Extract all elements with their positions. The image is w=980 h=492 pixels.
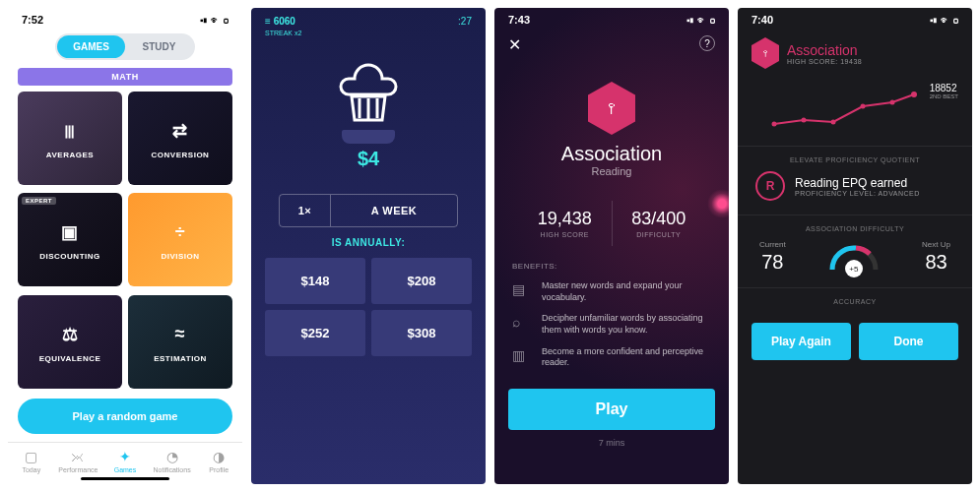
tag-icon: ▣ <box>56 218 84 246</box>
item-display: $4 <box>251 61 486 170</box>
gauge-icon: +5 <box>826 242 882 272</box>
home-indicator[interactable] <box>81 477 169 480</box>
epq-row: R Reading EPQ earnedPROFICIENCY LEVEL: A… <box>738 171 972 215</box>
nav-profile[interactable]: ◑Profile <box>195 449 242 473</box>
nav-notifications[interactable]: ◔Notifications <box>149 449 196 473</box>
help-button[interactable]: ? <box>699 35 715 51</box>
search-icon: ⌕ <box>512 313 532 336</box>
epq-subtitle: PROFICIENCY LEVEL: ADVANCED <box>795 190 920 197</box>
difficulty-row: Current78 +5 Next Up83 <box>738 240 972 287</box>
clock: 7:40 <box>751 14 773 26</box>
close-button[interactable]: ✕ <box>508 35 521 54</box>
stats-row: 19,438HIGH SCORE 83/400DIFFICULTY <box>518 201 705 246</box>
pedestal <box>342 130 395 144</box>
section-label: ASSOCIATION DIFFICULTY <box>738 215 972 240</box>
section-label: ACCURACY <box>738 287 972 313</box>
category-pill[interactable]: MATH <box>18 68 232 86</box>
time-estimate: 7 mins <box>494 438 729 448</box>
hud: ≡ 6060 STREAK x2 :27 <box>251 8 486 41</box>
tab-bar: ▢Today ⩙Performance ✦Games ◔Notification… <box>8 442 242 475</box>
answer-option[interactable]: $208 <box>371 258 472 304</box>
epq-title: Reading EPQ earned <box>795 176 920 190</box>
hexagon-icon: ⫯ <box>588 82 635 135</box>
game-title: Association <box>494 143 729 165</box>
best-score: 188522ND BEST <box>930 83 958 99</box>
answer-option[interactable]: $308 <box>371 310 472 356</box>
user-icon: ◑ <box>195 449 242 464</box>
svg-point-2 <box>831 120 836 125</box>
benefits-label: BENEFITS: <box>512 262 711 271</box>
svg-point-3 <box>861 104 866 109</box>
approx-icon: ≈ <box>166 321 194 348</box>
tile-averages[interactable]: ⫼AVERAGES <box>18 92 122 185</box>
answer-grid: $148 $208 $252 $308 <box>251 258 486 370</box>
nav-performance[interactable]: ⩙Performance <box>55 449 102 473</box>
tile-discounting[interactable]: EXPERT▣DISCOUNTING <box>18 193 122 286</box>
pulse-indicator <box>707 189 729 218</box>
arrows-icon: ⇄ <box>166 117 194 145</box>
clock: 7:43 <box>508 14 530 26</box>
status-bar: 7:43 ▪▮ ᯤ ▢ <box>494 8 729 28</box>
result-header: ⫯ Association HIGH SCORE: 19438 <box>738 28 972 77</box>
benefits-section: BENEFITS: ▤Master new words and expand y… <box>494 262 729 379</box>
play-button[interactable]: Play <box>508 389 715 430</box>
svg-point-0 <box>772 122 777 127</box>
book-icon: ▤ <box>512 280 532 303</box>
expert-badge: EXPERT <box>22 197 56 205</box>
line-chart-icon <box>751 77 958 136</box>
status-bar: 7:52 ▪▮ ᯤ ▢ <box>8 8 242 28</box>
segmented-control: GAMES STUDY <box>55 33 195 60</box>
divide-icon: ÷ <box>166 218 194 246</box>
result-title: Association <box>787 42 862 58</box>
play-random-button[interactable]: Play a random game <box>18 399 232 434</box>
action-buttons: Play Again Done <box>738 313 972 370</box>
nav-today[interactable]: ▢Today <box>8 449 55 473</box>
status-bar: 7:40 ▪▮ ᯤ ▢ <box>738 8 972 28</box>
chart-icon: ⩙ <box>55 449 102 464</box>
section-label: ELEVATE PROFICIENCY QUOTIENT <box>738 146 972 171</box>
answer-option[interactable]: $148 <box>265 258 365 304</box>
stat-difficulty: 83/400DIFFICULTY <box>613 201 706 246</box>
timer: :27 <box>458 16 472 37</box>
score-value: 6060 <box>274 16 295 27</box>
tile-equivalence[interactable]: ⚖EQUIVALENCE <box>18 295 122 389</box>
done-button[interactable]: Done <box>859 323 958 360</box>
books-icon: ▥ <box>512 346 532 369</box>
multiplier: 1× <box>280 195 331 226</box>
tab-study[interactable]: STUDY <box>125 35 193 58</box>
current-difficulty: Current78 <box>759 240 786 274</box>
item-price: $4 <box>251 148 486 170</box>
score-chart: 188522ND BEST <box>751 77 958 136</box>
top-bar: ✕ ? <box>494 28 729 62</box>
play-again-button[interactable]: Play Again <box>751 323 851 360</box>
puzzle-icon: ✦ <box>101 449 149 464</box>
status-icons: ▪▮ ᯤ ▢ <box>930 15 958 26</box>
score-icon: ≡ <box>265 16 271 27</box>
plus-badge: +5 <box>845 260 863 277</box>
benefit-item: ▤Master new words and expand your vocabu… <box>512 280 711 303</box>
benefit-item: ⌕Decipher unfamiliar words by associatin… <box>512 313 711 336</box>
game-category: Reading <box>494 165 729 177</box>
tile-conversion[interactable]: ⇄CONVERSION <box>128 92 232 185</box>
frequency-row: 1× A WEEK <box>279 194 458 227</box>
tile-estimation[interactable]: ≈ESTIMATION <box>128 295 232 389</box>
svg-point-1 <box>802 118 807 123</box>
svg-point-5 <box>911 92 917 97</box>
tile-division[interactable]: ÷DIVISION <box>128 193 232 286</box>
game-detail-screen: 7:43 ▪▮ ᯤ ▢ ✕ ? ⫯ Association Reading 19… <box>494 8 729 484</box>
scale-icon: ⚖ <box>56 321 84 348</box>
results-screen: 7:40 ▪▮ ᯤ ▢ ⫯ Association HIGH SCORE: 19… <box>738 8 972 484</box>
stat-highscore: 19,438HIGH SCORE <box>518 201 613 246</box>
nav-games[interactable]: ✦Games <box>101 449 149 473</box>
bars-icon: ⫼ <box>56 117 84 145</box>
cupcake-icon <box>334 61 403 126</box>
epq-ring-icon: R <box>755 171 785 201</box>
hexagon-icon: ⫯ <box>751 37 779 69</box>
status-icons: ▪▮ ᯤ ▢ <box>200 15 229 26</box>
status-icons: ▪▮ ᯤ ▢ <box>686 15 715 26</box>
answer-option[interactable]: $252 <box>265 310 365 356</box>
high-score-label: HIGH SCORE: 19438 <box>787 58 862 65</box>
bell-icon: ◔ <box>149 449 196 464</box>
game-play-screen: ≡ 6060 STREAK x2 :27 $4 1× A WEEK IS ANN… <box>251 8 486 484</box>
tab-games[interactable]: GAMES <box>57 35 125 58</box>
